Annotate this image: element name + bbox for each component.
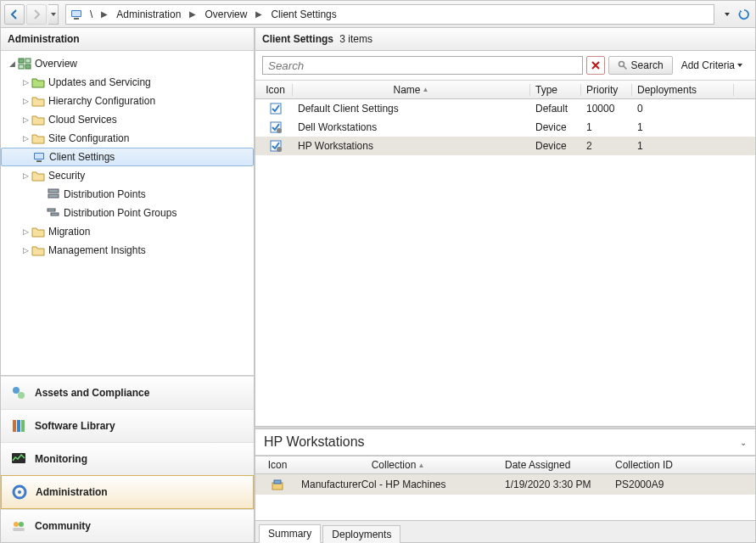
- svg-point-29: [277, 128, 282, 133]
- tab-deployments[interactable]: Deployments: [322, 525, 400, 543]
- svg-point-25: [619, 62, 624, 67]
- tree-item-client-settings[interactable]: Client Settings: [1, 148, 254, 166]
- cell-name: Default Client Settings: [293, 103, 530, 115]
- tree-item-management-insights[interactable]: ▷ Management Insights: [1, 241, 254, 260]
- breadcrumb-segment[interactable]: Overview: [199, 8, 252, 20]
- community-icon: [9, 517, 28, 535]
- search-row: Search Add Criteria: [255, 51, 755, 80]
- cell-deployments: 1: [632, 121, 734, 133]
- nav-forward-button[interactable]: [26, 4, 47, 25]
- collapse-icon[interactable]: ◢: [6, 59, 18, 68]
- detail-title: HP Workstations: [264, 434, 365, 450]
- search-input[interactable]: [262, 56, 583, 75]
- cell-name: Dell Workstations: [293, 121, 530, 133]
- detail-grid-header[interactable]: Icon Collection▲ Date Assigned Collectio…: [255, 456, 755, 474]
- grid-row[interactable]: Default Client Settings Default 10000 0: [255, 99, 755, 118]
- workspace-switcher: Assets and Compliance Software Library M…: [1, 375, 254, 542]
- tree-label: Management Insights: [48, 244, 146, 256]
- svg-point-21: [18, 490, 21, 494]
- svg-rect-13: [51, 213, 59, 216]
- dcol-header-icon[interactable]: Icon: [259, 459, 296, 471]
- tree-item-distribution-points[interactable]: Distribution Points: [1, 185, 254, 204]
- tree-label: Hierarchy Configuration: [48, 95, 155, 107]
- expand-icon[interactable]: ▷: [20, 78, 31, 87]
- server-group-icon: [47, 206, 60, 220]
- navigation-pane: Administration ◢ Overview ▷ Updates and …: [1, 28, 255, 542]
- tree-item-hierarchy-config[interactable]: ▷ Hierarchy Configuration: [1, 92, 254, 110]
- svg-point-15: [18, 392, 25, 399]
- detail-row[interactable]: ManufacturerCol - HP Machines 1/19/2020 …: [255, 474, 755, 495]
- tree-item-migration[interactable]: ▷ Migration: [1, 222, 254, 241]
- cell-priority: 1: [581, 121, 632, 133]
- dcell-collection-id: PS2000A9: [610, 479, 746, 490]
- breadcrumb-segment[interactable]: Administration: [111, 8, 186, 20]
- nav-back-button[interactable]: [4, 4, 25, 25]
- grid-row[interactable]: Dell Workstations Device 1 1: [255, 118, 755, 137]
- clear-search-button[interactable]: [586, 56, 605, 75]
- svg-rect-4: [25, 59, 31, 63]
- dcol-header-collection-id[interactable]: Collection ID: [610, 459, 746, 471]
- tree-root-overview[interactable]: ◢ Overview: [1, 54, 254, 73]
- tree-label: Security: [48, 170, 85, 182]
- expand-icon[interactable]: ▷: [20, 246, 31, 255]
- svg-rect-2: [74, 18, 79, 20]
- library-icon: [9, 417, 28, 435]
- dcell-collection: ManufacturerCol - HP Machines: [296, 479, 500, 490]
- folder-icon: [31, 76, 45, 89]
- detail-tabs: Summary Deployments: [255, 520, 755, 542]
- breadcrumb-bar[interactable]: \ ▶ Administration ▶ Overview ▶ Client S…: [65, 4, 714, 25]
- col-header-icon[interactable]: Icon: [259, 84, 293, 96]
- breadcrumb-root[interactable]: \: [85, 8, 98, 20]
- sort-asc-icon: ▲: [423, 86, 429, 93]
- tree-label: Migration: [48, 226, 90, 238]
- workspace-icon: [70, 8, 83, 21]
- col-header-name[interactable]: Name▲: [293, 84, 530, 96]
- detail-collapse-icon[interactable]: ⌄: [740, 438, 747, 447]
- overview-icon: [18, 57, 31, 70]
- expand-icon[interactable]: ▷: [20, 134, 31, 143]
- workspace-monitoring[interactable]: Monitoring: [1, 442, 254, 475]
- col-header-type[interactable]: Type: [530, 84, 581, 96]
- expand-icon[interactable]: ▷: [20, 97, 31, 105]
- grid-header-row[interactable]: Icon Name▲ Type Priority Deployments: [255, 81, 755, 99]
- drow-icon: [259, 478, 296, 491]
- expand-icon[interactable]: ▷: [20, 115, 31, 124]
- workspace-community[interactable]: Community: [1, 509, 254, 542]
- cell-type: Device: [530, 140, 581, 152]
- client-settings-grid[interactable]: Icon Name▲ Type Priority Deployments Def…: [255, 80, 755, 426]
- tree-item-updates-servicing[interactable]: ▷ Updates and Servicing: [1, 73, 254, 92]
- add-criteria-dropdown[interactable]: Add Criteria: [676, 59, 748, 71]
- col-header-priority[interactable]: Priority: [581, 84, 632, 96]
- top-toolbar: \ ▶ Administration ▶ Overview ▶ Client S…: [1, 1, 755, 28]
- svg-rect-33: [274, 480, 281, 484]
- list-title-bar: Client Settings 3 items: [255, 28, 755, 51]
- expand-icon[interactable]: ▷: [20, 171, 31, 180]
- tab-summary[interactable]: Summary: [259, 524, 321, 543]
- workspace-assets-compliance[interactable]: Assets and Compliance: [1, 376, 254, 409]
- cell-priority: 2: [581, 140, 632, 152]
- tree-item-distribution-point-groups[interactable]: Distribution Point Groups: [1, 204, 254, 222]
- chevron-right-icon: ▶: [254, 9, 264, 19]
- tree-item-security[interactable]: ▷ Security: [1, 166, 254, 185]
- refresh-button[interactable]: [736, 4, 752, 25]
- expand-icon[interactable]: ▷: [20, 227, 31, 236]
- breadcrumb-segment[interactable]: Client Settings: [266, 8, 341, 20]
- tree-item-cloud-services[interactable]: ▷ Cloud Services: [1, 110, 254, 129]
- sort-asc-icon: ▲: [417, 462, 424, 469]
- client-settings-icon: [32, 150, 46, 164]
- deployments-grid[interactable]: Icon Collection▲ Date Assigned Collectio…: [255, 455, 755, 520]
- workspace-administration[interactable]: Administration: [1, 475, 254, 509]
- workspace-software-library[interactable]: Software Library: [1, 409, 254, 442]
- dcol-header-collection[interactable]: Collection▲: [296, 459, 500, 471]
- admin-icon: [10, 483, 29, 501]
- search-button[interactable]: Search: [608, 56, 673, 75]
- dcol-header-date[interactable]: Date Assigned: [500, 459, 610, 471]
- folder-icon: [31, 94, 45, 108]
- nav-history-dropdown[interactable]: [48, 4, 59, 25]
- tree-item-site-config[interactable]: ▷ Site Configuration: [1, 129, 254, 148]
- breadcrumb-dropdown[interactable]: [720, 4, 735, 25]
- list-title: Client Settings: [262, 33, 333, 45]
- grid-row-selected[interactable]: HP Workstations Device 2 1: [255, 137, 755, 155]
- nav-tree[interactable]: ◢ Overview ▷ Updates and Servicing ▷ Hie…: [1, 51, 254, 375]
- col-header-deployments[interactable]: Deployments: [632, 84, 734, 96]
